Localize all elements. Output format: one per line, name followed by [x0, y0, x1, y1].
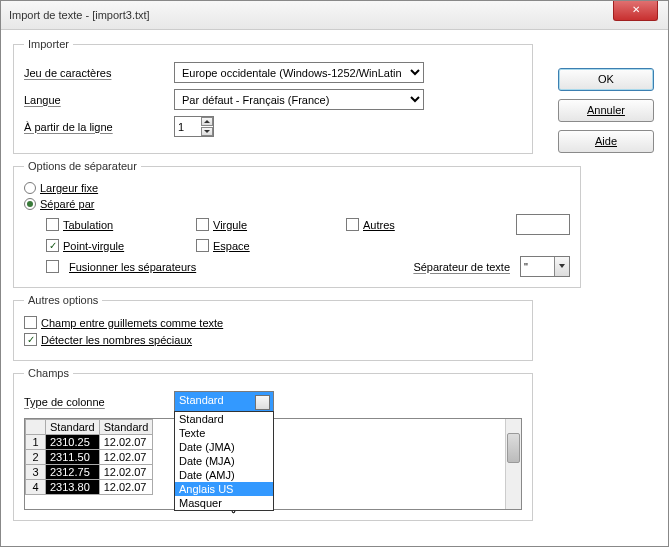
fromline-spinner[interactable] [174, 116, 214, 137]
special-numbers-checkbox[interactable] [24, 333, 37, 346]
fixed-width-label: Largeur fixe [40, 182, 98, 194]
fixed-width-radio[interactable] [24, 182, 36, 194]
comma-label: Virgule [213, 219, 247, 231]
separated-by-label: Séparé par [40, 198, 94, 210]
coltype-label: Type de colonne [24, 396, 174, 408]
importer-group: Importer Jeu de caractères Europe occide… [13, 38, 533, 154]
fields-group: Champs Type de colonne Standard Standard… [13, 367, 533, 521]
other-checkbox[interactable] [346, 218, 359, 231]
semicolon-label: Point-virgule [63, 240, 124, 252]
other-options-group: Autres options Champ entre guillemets co… [13, 294, 533, 361]
separated-by-radio[interactable] [24, 198, 36, 210]
textsep-label: Séparateur de texte [413, 261, 510, 273]
coltype-option[interactable]: Masquer [175, 496, 273, 510]
table-row: 12310.2512.02.07 [26, 435, 153, 450]
table-row: 42313.8012.02.07 [26, 480, 153, 495]
preview-table: Standard Standard 12310.2512.02.07 22311… [25, 419, 153, 495]
comma-checkbox[interactable] [196, 218, 209, 231]
coltype-option[interactable]: Date (MJA) [175, 454, 273, 468]
close-button[interactable]: ✕ [613, 1, 658, 21]
help-button[interactable]: Aide [558, 130, 654, 153]
space-label: Espace [213, 240, 250, 252]
ok-button[interactable]: OK [558, 68, 654, 91]
corner-cell [26, 420, 46, 435]
spinner-up-icon[interactable] [201, 117, 213, 126]
coltype-option[interactable]: Date (AMJ) [175, 468, 273, 482]
language-select[interactable]: Par défaut - Français (France) [174, 89, 424, 110]
scrollbar-thumb[interactable] [507, 433, 520, 463]
space-checkbox[interactable] [196, 239, 209, 252]
coltype-options-list: Standard Texte Date (JMA) Date (MJA) Dat… [174, 411, 274, 511]
other-sep-input[interactable] [516, 214, 570, 235]
quoted-label: Champ entre guillemets comme texte [41, 317, 223, 329]
merge-label: Fusionner les séparateurs [69, 261, 196, 273]
quoted-checkbox[interactable] [24, 316, 37, 329]
cancel-button[interactable]: Annuler [558, 99, 654, 122]
coltype-option[interactable]: Texte [175, 426, 273, 440]
column-header[interactable]: Standard [99, 420, 153, 435]
other-options-legend: Autres options [24, 294, 102, 306]
window-title: Import de texte - [import3.txt] [9, 9, 150, 21]
special-numbers-label: Détecter les nombres spéciaux [41, 334, 192, 346]
textsep-combo[interactable] [520, 256, 570, 277]
charset-select[interactable]: Europe occidentale (Windows-1252/WinLati… [174, 62, 424, 83]
coltype-option[interactable]: Date (JMA) [175, 440, 273, 454]
merge-checkbox[interactable] [46, 260, 59, 273]
coltype-dropdown[interactable]: Standard Standard Texte Date (JMA) Date … [174, 391, 274, 412]
tab-label: Tabulation [63, 219, 113, 231]
separator-group: Options de séparateur Largeur fixe Sépar… [13, 160, 581, 288]
vertical-scrollbar[interactable] [505, 419, 521, 509]
column-header[interactable]: Standard [46, 420, 100, 435]
coltype-option[interactable]: Anglais US [175, 482, 273, 496]
fromline-label: À partir de la ligne [24, 121, 174, 133]
spinner-down-icon[interactable] [201, 127, 213, 136]
other-label: Autres [363, 219, 395, 231]
table-row: 22311.5012.02.07 [26, 450, 153, 465]
tab-checkbox[interactable] [46, 218, 59, 231]
fields-legend: Champs [24, 367, 73, 379]
separator-legend: Options de séparateur [24, 160, 141, 172]
chevron-down-icon [259, 400, 267, 404]
chevron-down-icon[interactable] [554, 257, 569, 276]
coltype-value[interactable]: Standard [174, 391, 274, 412]
importer-legend: Importer [24, 38, 73, 50]
coltype-option[interactable]: Standard [175, 412, 273, 426]
dialog-window: Import de texte - [import3.txt] ✕ OK Ann… [0, 0, 669, 547]
semicolon-checkbox[interactable] [46, 239, 59, 252]
charset-label: Jeu de caractères [24, 67, 174, 79]
table-row: 32312.7512.02.07 [26, 465, 153, 480]
language-label: Langue [24, 94, 174, 106]
titlebar: Import de texte - [import3.txt] ✕ [1, 1, 668, 30]
